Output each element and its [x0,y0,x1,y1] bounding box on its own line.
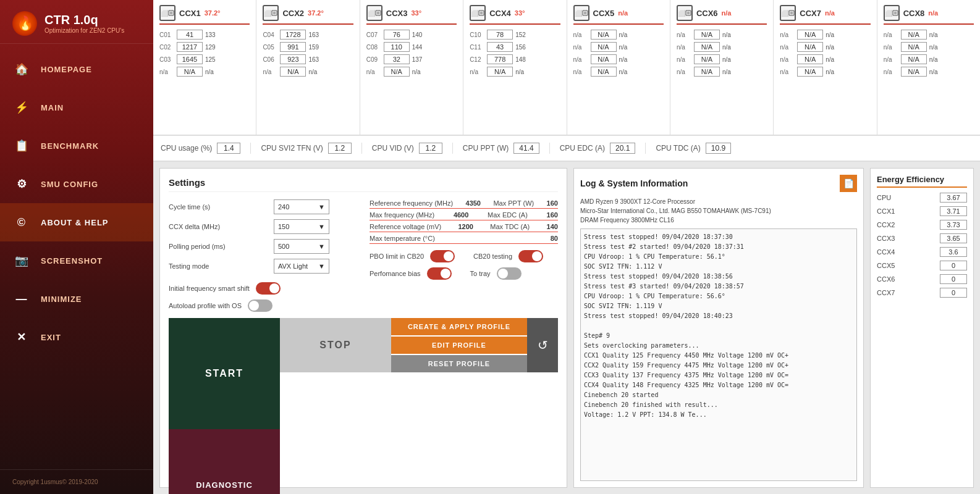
list-item: Voltage: 1.2 V PPT: 134.8 W Te... [584,410,853,420]
edit-profile-button[interactable]: EDIT PROFILE [391,337,527,354]
start-button[interactable]: START [169,318,280,429]
sidebar: 🔥 CTR 1.0q Optimization for ZEN2 CPU's 🏠… [0,0,153,494]
list-item: Cinebench 20 finished with result... [584,400,853,410]
list-item: Stress test stopped! 09/04/2020 18:38:56 [584,272,853,282]
autoload-row: Autoload profile with OS [169,299,357,312]
table-row: n/a N/A n/a [573,67,664,77]
table-row: n/a N/A n/a [780,67,870,77]
to-tray-toggle[interactable] [497,267,522,280]
sidebar-item-homepage[interactable]: 🏠 HOMEPAGE [0,50,153,88]
cb20-toggle[interactable] [518,250,543,262]
settings-columns: Cycle time (s) 240 ▼ CCX delta (MHz) 150… [169,199,558,312]
ccx-temp-4: 33° [515,9,525,17]
camera-icon: 📷 [12,251,31,270]
cycle-time-label: Cycle time (s) [169,203,268,211]
list-item: Stress test #3 started! 09/04/2020 18:38… [584,282,853,291]
sidebar-item-minimize[interactable]: — MINIMIZE [0,280,153,318]
log-panel: Log & System Information 📄 AMD Ryzen 9 3… [573,168,864,488]
ccx-block-8: CCX8 n/a n/a N/A n/a n/a N/A n/a n/a N/A… [877,0,980,135]
create-profile-button[interactable]: CREATE & APPLY PROFILE [391,318,527,335]
energy-row-ccx5: CCX5 0 [877,261,967,270]
status-item-1: CPU SVI2 TFN (V) 1.2 [251,143,361,154]
ccx-temp-2: 37.2° [308,9,324,17]
toggles-right: PBO limit in CB20 CB20 testing Perfomanc… [370,250,558,280]
chip-icon-2 [263,5,279,21]
table-row: n/a N/A n/a [780,42,870,52]
sidebar-label-benchmark: BENCHMARK [41,141,99,151]
copyright: Copyright 1usmus© 2019-2020 [0,469,153,494]
list-item: CPU Vdroop: 1 % CPU Temperature: 56.6° [584,291,853,301]
refresh-button[interactable]: ↺ [527,318,558,372]
list-item: CPU Vdroop: 1 % CPU Temperature: 56.1° [584,252,853,262]
perf-bias-toggle[interactable] [427,267,452,280]
ccx-temp-1: 37.2° [205,9,221,17]
energy-row-ccx4: CCX4 3.6 [877,247,967,257]
polling-dropdown[interactable]: 500 ▼ [274,239,329,254]
sidebar-item-screenshot[interactable]: 📷 SCREENSHOT [0,241,153,280]
stop-button[interactable]: STOP [280,318,391,372]
autoload-toggle[interactable] [248,299,272,312]
list-item: CCX4 Quality 148 Frequency 4325 MHz Volt… [584,380,853,390]
log-system-info: AMD Ryzen 9 3900XT 12-Core Processor Mic… [580,197,857,225]
table-row: n/a N/A n/a [780,54,870,64]
list-item: Stress test stopped! 09/04/2020 18:40:23 [584,311,853,321]
table-row: n/a N/A n/a [677,54,767,64]
max-temp-row: Max temperature (°C) 80 [370,235,558,244]
sidebar-item-smu-config[interactable]: ⚙ SMU CONFIG [0,165,153,203]
ccx-delta-dropdown[interactable]: 150 ▼ [274,219,329,234]
table-row: n/a N/A n/a [677,42,767,52]
sidebar-item-benchmark[interactable]: 📋 BENCHMARK [0,127,153,165]
ref-freq-label: Reference frequency (MHz) [370,199,453,207]
max-freq-value: 4600 [454,211,468,219]
sidebar-item-about[interactable]: © ABOUT & HELP [0,203,153,241]
table-row: n/a N/A n/a [573,30,664,40]
status-item-2: CPU VID (V) 1.2 [362,143,453,154]
ccx-block-1: CCX1 37.2° C01 41 133 C02 1217 129 C03 1… [153,0,256,135]
table-row: n/a N/A n/a [470,67,560,77]
list-item: SOC SVI2 TFN: 1.112 V [584,262,853,272]
polling-label: Polling period (ms) [169,243,268,250]
sidebar-label-main: MAIN [41,103,64,112]
system-line3: DRAM Frequency 3800MHz CL16 [580,216,857,225]
reset-profile-button[interactable]: RESET PROFILE [391,355,527,372]
settings-right-col: Reference frequency (MHz) 4350 Max PPT (… [370,199,558,312]
max-freq-row: Max frequency (MHz) 4600 Max EDC (A) 160 [370,211,558,220]
testing-mode-label: Testing mode [169,262,268,270]
exit-icon: ✕ [12,328,31,346]
pbo-limit-toggle[interactable] [430,250,455,262]
smart-shift-toggle[interactable] [256,282,281,295]
ccx-temp-5: n/a [618,9,628,17]
table-row: n/a N/A n/a [677,30,767,40]
sidebar-label-minimize: MINIMIZE [41,295,82,304]
energy-row-ccx3: CCX3 3.65 [877,233,967,243]
max-freq-label: Max frequency (MHz) [370,211,434,219]
sidebar-label-homepage: HOMEPAGE [41,65,92,74]
svg-rect-85 [790,12,793,14]
cycle-time-dropdown[interactable]: 240 ▼ [274,199,329,214]
table-row: n/a N/A n/a [884,67,974,77]
settings-left-col: Cycle time (s) 240 ▼ CCX delta (MHz) 150… [169,199,357,312]
minimize-icon: — [12,290,31,308]
gauge-icon: ⚡ [12,98,31,117]
ccx-panel: CCX1 37.2° C01 41 133 C02 1217 129 C03 1… [153,0,980,136]
app-logo: 🔥 CTR 1.0q Optimization for ZEN2 CPU's [0,0,153,44]
energy-row-ccx6: CCX6 0 [877,274,967,284]
ref-freq-row: Reference frequency (MHz) 4350 Max PPT (… [370,199,558,209]
svg-rect-29 [377,12,379,14]
log-copy-icon[interactable]: 📄 [840,175,857,192]
sidebar-item-exit[interactable]: ✕ EXIT [0,318,153,356]
max-temp-label: Max temperature (°C) [370,235,435,242]
smart-shift-row: Initial frequency smart shift [169,282,357,295]
autoload-label: Autoload profile with OS [169,302,242,309]
log-entries[interactable]: Stress test stopped! 09/04/2020 18:37:30… [580,228,857,481]
testing-mode-dropdown[interactable]: AVX Light ▼ [274,259,329,274]
ref-volt-label: Reference voltage (mV) [370,223,441,230]
energy-rows: CPU 3.67 CCX1 3.71 CCX2 3.73 CCX3 3.65 C… [877,193,967,301]
app-subtitle: Optimization for ZEN2 CPU's [44,27,124,34]
chip-icon-8 [884,5,900,21]
sidebar-item-main[interactable]: ⚡ MAIN [0,88,153,127]
chip-icon-7 [780,5,796,21]
polling-row: Polling period (ms) 500 ▼ [169,239,357,254]
bottom-section: Settings Cycle time (s) 240 ▼ CCX delta … [153,162,980,494]
diagnostic-button[interactable]: DIAGNOSTIC [169,429,280,494]
